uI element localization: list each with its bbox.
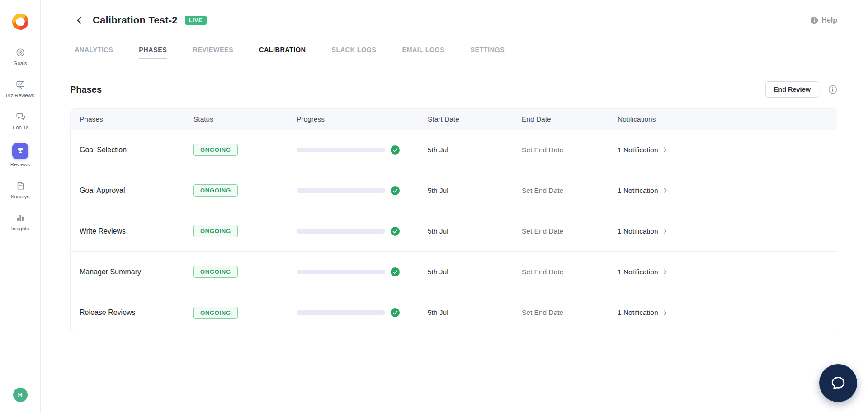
progress-bar bbox=[297, 148, 385, 152]
info-filled-icon bbox=[810, 16, 818, 24]
tab-analytics[interactable]: ANALYTICS bbox=[75, 46, 113, 59]
help-button[interactable]: Help bbox=[810, 16, 837, 24]
status-badge: ONGOING bbox=[193, 144, 238, 156]
notifications-link[interactable]: 1 Notification bbox=[618, 309, 837, 317]
chevron-right-icon bbox=[662, 268, 669, 275]
page-title: Calibration Test-2 bbox=[93, 14, 178, 26]
table-row: Goal Selection ONGOING 5th Jul Set End D… bbox=[71, 130, 837, 170]
one-on-ones-icon bbox=[15, 111, 26, 122]
progress-bar bbox=[297, 188, 385, 193]
notifications-label: 1 Notification bbox=[618, 309, 658, 317]
section-actions: End Review bbox=[765, 81, 837, 98]
live-badge: LIVE bbox=[185, 16, 207, 25]
table-row: Manager Summary ONGOING 5th Jul Set End … bbox=[71, 252, 837, 292]
start-date: 5th Jul bbox=[428, 146, 522, 154]
back-button[interactable] bbox=[74, 14, 85, 26]
section-title: Phases bbox=[70, 84, 102, 95]
sidebar-item-goals[interactable]: Goals bbox=[0, 47, 40, 67]
sidebar-item-surveys[interactable]: Surveys bbox=[0, 180, 40, 200]
chevron-right-icon bbox=[662, 146, 669, 153]
tab-phases[interactable]: PHASES bbox=[139, 46, 167, 59]
sidebar-item-label: Reviews bbox=[10, 162, 30, 168]
app-logo-icon[interactable] bbox=[10, 12, 30, 32]
sidebar-item-label: 1 on 1s bbox=[12, 125, 29, 131]
chat-bubble-icon bbox=[830, 375, 847, 392]
end-review-button[interactable]: End Review bbox=[765, 81, 819, 98]
chevron-right-icon bbox=[662, 309, 669, 316]
phase-name: Goal Approval bbox=[80, 187, 193, 195]
tab-slack-logs[interactable]: SLACK LOGS bbox=[331, 46, 376, 59]
table-row: Goal Approval ONGOING 5th Jul Set End Da… bbox=[71, 170, 837, 211]
column-header-phases: Phases bbox=[80, 115, 193, 123]
start-date: 5th Jul bbox=[428, 227, 522, 235]
chat-widget-button[interactable] bbox=[819, 364, 857, 402]
notifications-label: 1 Notification bbox=[618, 187, 658, 195]
progress-bar bbox=[297, 270, 385, 274]
main-content: Calibration Test-2 LIVE Help ANALYTICS P… bbox=[41, 0, 868, 412]
column-header-start-date: Start Date bbox=[428, 115, 522, 123]
sidebar-item-label: Surveys bbox=[11, 194, 30, 200]
help-label: Help bbox=[821, 16, 837, 24]
sidebar-item-one-on-ones[interactable]: 1 on 1s bbox=[0, 111, 40, 131]
notifications-link[interactable]: 1 Notification bbox=[618, 187, 837, 195]
column-header-status: Status bbox=[193, 115, 297, 123]
phases-section-header: Phases End Review bbox=[70, 81, 837, 98]
info-outline-icon bbox=[828, 85, 837, 94]
table-row: Release Reviews ONGOING 5th Jul Set End … bbox=[71, 292, 837, 333]
sidebar-item-label: Goals bbox=[13, 61, 27, 67]
sidebar-item-label: Insights bbox=[11, 226, 29, 232]
status-badge: ONGOING bbox=[193, 307, 238, 319]
column-header-end-date: End Date bbox=[522, 115, 618, 123]
notifications-link[interactable]: 1 Notification bbox=[618, 268, 837, 276]
set-end-date-link[interactable]: Set End Date bbox=[522, 146, 618, 154]
user-avatar[interactable]: R bbox=[13, 388, 28, 402]
sidebar-item-insights[interactable]: Insights bbox=[0, 212, 40, 232]
sidebar-item-biz-reviews[interactable]: Biz Reviews bbox=[0, 79, 40, 99]
notifications-label: 1 Notification bbox=[618, 268, 658, 276]
phase-name: Release Reviews bbox=[80, 309, 193, 317]
chevron-left-icon bbox=[75, 15, 85, 25]
goals-icon bbox=[15, 47, 26, 58]
progress-bar bbox=[297, 310, 385, 315]
start-date: 5th Jul bbox=[428, 268, 522, 276]
insights-icon bbox=[15, 212, 26, 223]
page-header: Calibration Test-2 LIVE Help bbox=[70, 0, 837, 26]
progress-indicator bbox=[297, 227, 428, 236]
set-end-date-link[interactable]: Set End Date bbox=[522, 187, 618, 195]
chevron-right-icon bbox=[662, 187, 669, 194]
notifications-link[interactable]: 1 Notification bbox=[618, 146, 837, 154]
set-end-date-link[interactable]: Set End Date bbox=[522, 227, 618, 235]
notifications-link[interactable]: 1 Notification bbox=[618, 227, 837, 235]
progress-indicator bbox=[297, 308, 428, 317]
tab-settings[interactable]: SETTINGS bbox=[470, 46, 505, 59]
phase-name: Goal Selection bbox=[80, 146, 193, 154]
table-header-row: Phases Status Progress Start Date End Da… bbox=[71, 109, 837, 130]
progress-indicator bbox=[297, 267, 428, 276]
chevron-right-icon bbox=[662, 228, 669, 234]
set-end-date-link[interactable]: Set End Date bbox=[522, 268, 618, 276]
status-badge: ONGOING bbox=[193, 225, 238, 237]
column-header-progress: Progress bbox=[297, 115, 428, 123]
sidebar-item-reviews[interactable]: Reviews bbox=[0, 143, 40, 168]
status-badge: ONGOING bbox=[193, 266, 238, 278]
set-end-date-link[interactable]: Set End Date bbox=[522, 309, 618, 317]
table-row: Write Reviews ONGOING 5th Jul Set End Da… bbox=[71, 211, 837, 252]
check-circle-icon bbox=[391, 267, 400, 276]
progress-indicator bbox=[297, 186, 428, 195]
tab-calibration[interactable]: CALIBRATION bbox=[259, 46, 306, 59]
tab-reviewees[interactable]: REVIEWEES bbox=[193, 46, 233, 59]
biz-reviews-icon bbox=[15, 79, 26, 90]
tab-email-logs[interactable]: EMAIL LOGS bbox=[402, 46, 444, 59]
sidebar-item-label: Biz Reviews bbox=[6, 93, 34, 99]
notifications-label: 1 Notification bbox=[618, 227, 658, 235]
notifications-label: 1 Notification bbox=[618, 146, 658, 154]
info-button[interactable] bbox=[828, 85, 837, 94]
sidebar: Goals Biz Reviews 1 on 1s bbox=[0, 0, 41, 412]
column-header-notifications: Notifications bbox=[618, 115, 837, 123]
start-date: 5th Jul bbox=[428, 187, 522, 195]
check-circle-icon bbox=[391, 308, 400, 317]
check-circle-icon bbox=[391, 145, 400, 154]
check-circle-icon bbox=[391, 227, 400, 236]
reviews-icon bbox=[12, 143, 28, 159]
tab-bar: ANALYTICS PHASES REVIEWEES CALIBRATION S… bbox=[75, 46, 837, 59]
